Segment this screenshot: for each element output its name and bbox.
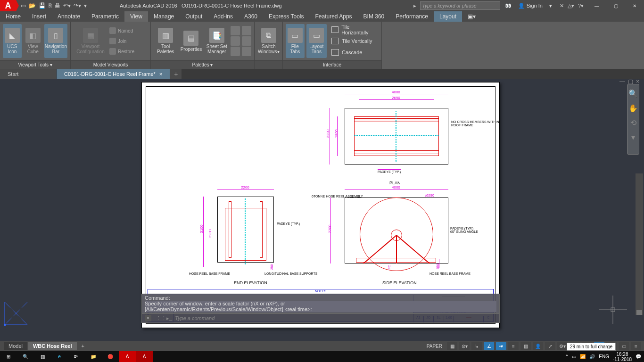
- navigation-bar[interactable]: 🔍 ✋ ⟲ ▾: [627, 84, 639, 155]
- ortho-icon[interactable]: ↳: [471, 342, 482, 350]
- polar-icon[interactable]: ∠: [484, 342, 494, 350]
- qat-new-icon[interactable]: ▭: [21, 2, 26, 9]
- filetab-start[interactable]: Start: [0, 69, 57, 79]
- p1-icon[interactable]: [231, 26, 240, 35]
- grid-icon[interactable]: ▦: [447, 342, 457, 350]
- customize-icon[interactable]: ≡: [631, 342, 641, 350]
- p2-icon[interactable]: [231, 36, 240, 46]
- p4-icon[interactable]: [242, 26, 251, 35]
- infocenter-icon[interactable]: 👀: [502, 3, 514, 9]
- a360-icon[interactable]: △▾: [568, 3, 574, 9]
- search-button[interactable]: 🔍: [17, 351, 34, 362]
- orbit-icon[interactable]: ⟲: [630, 118, 636, 127]
- space-toggle[interactable]: PAPER: [424, 344, 445, 349]
- layout-tab-model[interactable]: Model: [4, 342, 27, 350]
- cycling-icon[interactable]: 👤: [533, 342, 543, 350]
- tray-expand-icon[interactable]: ˄: [566, 354, 568, 359]
- osnap-icon[interactable]: ▫▾: [496, 342, 506, 350]
- taskview-button[interactable]: ▥: [34, 351, 51, 362]
- app-logo[interactable]: A: [0, 0, 16, 11]
- file-tabs-button[interactable]: ▭FileTabs: [286, 24, 305, 58]
- properties-button[interactable]: ▤Properties: [179, 24, 203, 58]
- language-indicator[interactable]: ENG: [599, 354, 609, 359]
- store-icon[interactable]: 🛍: [68, 351, 85, 362]
- command-window[interactable]: Command: Specify corner of window, enter…: [141, 294, 500, 323]
- cmd-close-icon[interactable]: ×: [145, 315, 151, 321]
- ribbon-expand-icon[interactable]: ▣▾: [462, 11, 481, 22]
- layout-tabs-button[interactable]: ▭LayoutTabs: [306, 24, 327, 58]
- filetab-document[interactable]: C0191-DRG-0001-C Hose Reel Frame*×: [57, 69, 170, 79]
- search-input[interactable]: Type a keyword or phrase: [420, 1, 500, 10]
- nav-more-icon[interactable]: ▾: [631, 133, 635, 142]
- qat-save-icon[interactable]: 💾: [39, 2, 46, 9]
- acrobat-icon[interactable]: A: [119, 351, 136, 362]
- tab-bim360[interactable]: BIM 360: [358, 11, 390, 22]
- cascade-button[interactable]: Cascade: [331, 47, 376, 58]
- add-layout-button[interactable]: +: [78, 342, 88, 350]
- zoom-icon[interactable]: 🔍: [628, 89, 638, 98]
- clock[interactable]: 16:28-11-2018: [613, 352, 632, 362]
- cmd-handle-icon[interactable]: ⋮⋮▸_: [156, 315, 172, 321]
- tab-performance[interactable]: Performance: [390, 11, 434, 22]
- p6-icon[interactable]: [242, 47, 251, 56]
- panel-title-viewport-tools[interactable]: Viewport Tools ▾: [0, 60, 70, 69]
- help-icon[interactable]: ?▾: [578, 3, 584, 9]
- tab-addins[interactable]: Add-ins: [208, 11, 239, 22]
- tab-view[interactable]: View: [124, 11, 148, 22]
- switch-windows-button[interactable]: ⧉SwitchWindows▾: [257, 24, 280, 58]
- tab-annotate[interactable]: Annotate: [52, 11, 86, 22]
- pan-icon[interactable]: ✋: [628, 104, 638, 113]
- annomon-icon[interactable]: ⤢: [545, 342, 555, 350]
- p5-icon[interactable]: [242, 36, 251, 46]
- tab-output[interactable]: Output: [180, 11, 208, 22]
- p3-icon[interactable]: [231, 47, 240, 56]
- isolate-icon[interactable]: ▭: [619, 342, 629, 350]
- signin-button[interactable]: 👤 Sign In▾: [514, 3, 556, 9]
- annoscale-icon[interactable]: ⚙▾: [557, 342, 568, 350]
- maximize-button[interactable]: ▢: [606, 0, 625, 11]
- volume-icon[interactable]: 🔊: [589, 354, 595, 359]
- tab-featured[interactable]: Featured Apps: [310, 11, 358, 22]
- vertical-scrollbar[interactable]: [636, 173, 643, 315]
- scrollbar-thumb[interactable]: [636, 310, 642, 315]
- navbar-button[interactable]: ▯NavigationBar: [44, 24, 67, 58]
- start-button[interactable]: ⊞: [0, 351, 17, 362]
- chrome-icon[interactable]: 🔴: [102, 351, 119, 362]
- notifications-icon[interactable]: 💬: [636, 354, 641, 359]
- tile-vertical-button[interactable]: Tile Vertically: [331, 36, 376, 46]
- panel-title-palettes[interactable]: Palettes ▾: [151, 60, 254, 69]
- close-button[interactable]: ✕: [625, 0, 644, 11]
- qat-open-icon[interactable]: 📂: [29, 2, 36, 9]
- command-input[interactable]: × ⋮⋮▸_ Type a command: [141, 313, 500, 323]
- drawing-canvas[interactable]: —▢× 4000 2650 2200 1800 NO CROSS MEMBERS…: [0, 79, 644, 341]
- sheet-set-button[interactable]: 📑Sheet SetManager: [205, 24, 229, 58]
- close-tab-icon[interactable]: ×: [159, 71, 162, 77]
- lineweight-icon[interactable]: ≡: [508, 342, 519, 350]
- tab-parametric[interactable]: Parametric: [86, 11, 124, 22]
- qat-plot-icon[interactable]: 🖶: [55, 2, 60, 9]
- wifi-icon[interactable]: 📶: [580, 354, 586, 359]
- transparency-icon[interactable]: ▨: [520, 342, 531, 350]
- edge-icon[interactable]: e: [51, 351, 68, 362]
- ucs-icon-button[interactable]: ◣UCSIcon: [3, 24, 22, 58]
- paper-space[interactable]: 4000 2650 2200 1800 NO CROSS MEMBERS WIT…: [141, 82, 500, 328]
- add-tab-button[interactable]: +: [170, 69, 182, 79]
- tab-layout[interactable]: Layout: [434, 11, 462, 22]
- layout-tab-wbc[interactable]: WBC Hose Reel: [28, 342, 77, 350]
- battery-icon[interactable]: ▭: [572, 354, 576, 359]
- tool-palettes-button[interactable]: ▥ToolPalettes: [154, 24, 177, 58]
- qat-more-icon[interactable]: ▾: [84, 2, 87, 9]
- tab-insert[interactable]: Insert: [26, 11, 52, 22]
- qat-undo-icon[interactable]: ↶▾: [63, 2, 71, 9]
- autocad-taskbar-icon[interactable]: A: [136, 351, 153, 362]
- qat-redo-icon[interactable]: ↷▾: [74, 2, 81, 9]
- tile-horizontal-button[interactable]: Tile Horizontally: [331, 25, 376, 35]
- exchange-icon[interactable]: ✕: [560, 3, 564, 9]
- tab-manage[interactable]: Manage: [148, 11, 180, 22]
- viewcube-button[interactable]: ◧ViewCube: [24, 24, 42, 58]
- explorer-icon[interactable]: 📁: [85, 351, 102, 362]
- tab-home[interactable]: Home: [0, 11, 26, 22]
- tab-express[interactable]: Express Tools: [263, 11, 309, 22]
- snap-icon[interactable]: ⊙▾: [459, 342, 470, 350]
- search-toggle-icon[interactable]: ▸: [412, 3, 418, 9]
